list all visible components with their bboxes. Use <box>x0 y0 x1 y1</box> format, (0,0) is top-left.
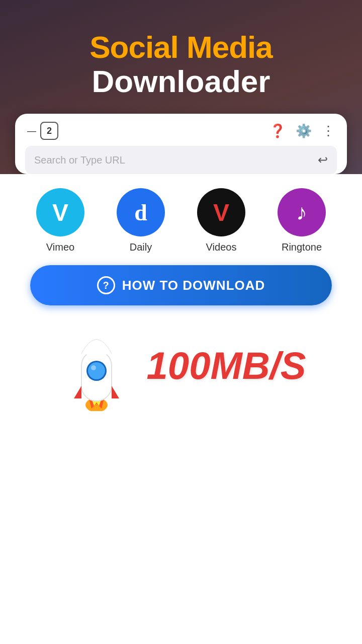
rocket-svg <box>56 320 137 411</box>
app-grid: V Vimeo d Daily V Videos ♪ Rin <box>15 174 347 258</box>
how-to-btn-label: HOW TO DOWNLOAD <box>122 278 265 293</box>
tab-count: 2 <box>47 126 52 136</box>
question-icon: ? <box>97 276 115 294</box>
daily-icon: d <box>117 188 165 236</box>
how-to-download-button[interactable]: ? HOW TO DOWNLOAD <box>30 265 332 305</box>
title-line1: Social Media <box>89 30 273 64</box>
vimeo-label: Vimeo <box>46 242 74 253</box>
search-bar[interactable]: Search or Type URL ↩ <box>25 146 337 174</box>
ringtone-icon: ♪ <box>278 188 326 236</box>
settings-icon[interactable]: ⚙️ <box>296 123 312 139</box>
vimeo-icon: V <box>36 188 84 236</box>
rocket-icon <box>56 320 147 411</box>
svg-point-8 <box>88 362 105 379</box>
app-item-daily[interactable]: d Daily <box>117 188 165 253</box>
vimeo-letter: V <box>52 199 68 226</box>
videos-letter: V <box>213 199 229 226</box>
tab-dash: — <box>27 126 36 136</box>
browser-toolbar: — 2 ❓ ⚙️ ⋮ <box>25 122 337 140</box>
ringtone-label: Ringtone <box>282 242 322 253</box>
app-item-videos[interactable]: V Videos <box>197 188 245 253</box>
main-content: Social Media Downloader — 2 ❓ ⚙️ ⋮ Searc… <box>0 0 362 644</box>
title-line2: Downloader <box>89 64 273 99</box>
svg-marker-5 <box>74 386 81 398</box>
white-section: V Vimeo d Daily V Videos ♪ Rin <box>0 174 362 644</box>
videos-icon: V <box>197 188 245 236</box>
browser-card: — 2 ❓ ⚙️ ⋮ Search or Type URL ↩ <box>15 114 347 174</box>
speed-value: 100MB/S <box>147 347 306 385</box>
speed-section: 100MB/S <box>15 305 347 421</box>
app-item-vimeo[interactable]: V Vimeo <box>36 188 84 253</box>
svg-marker-6 <box>112 386 119 398</box>
search-placeholder: Search or Type URL <box>34 154 318 166</box>
enter-icon: ↩ <box>318 153 328 167</box>
help-icon[interactable]: ❓ <box>269 123 286 139</box>
tab-indicator: — 2 <box>27 122 58 140</box>
daily-label: Daily <box>130 242 152 253</box>
svg-point-9 <box>91 365 96 370</box>
app-item-ringtone[interactable]: ♪ Ringtone <box>278 188 326 253</box>
daily-letter: d <box>134 199 147 226</box>
videos-label: Videos <box>206 242 237 253</box>
toolbar-icons: ❓ ⚙️ ⋮ <box>269 123 335 139</box>
more-options-icon[interactable]: ⋮ <box>322 123 335 139</box>
music-note-icon: ♪ <box>296 200 307 225</box>
tab-count-box[interactable]: 2 <box>40 122 58 140</box>
title-section: Social Media Downloader <box>89 0 273 99</box>
